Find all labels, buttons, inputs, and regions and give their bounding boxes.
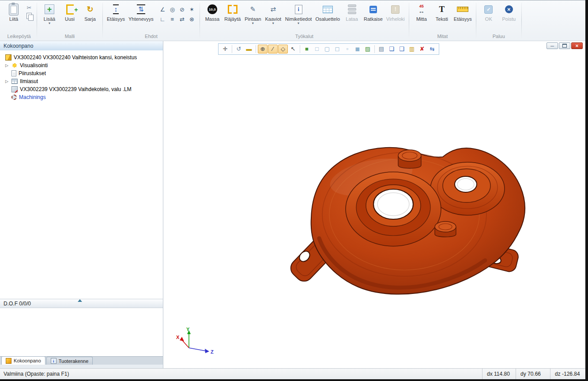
dropdown-caret-icon [252,22,254,24]
parts-list-label: Osaluettelo [315,16,340,22]
explode-button[interactable]: Räjäytä [223,2,242,23]
error-log-button: Virheloki [385,2,406,23]
fix-constraint-icon[interactable]: ⊗ [188,15,196,23]
viewport-canvas[interactable]: X Y Z ✛ ↺ ▬ ⊕ ∕ ◇ ↖ ■ □ ▢ ◻ ▫ ◼ ▨ ▤ ❏ ❑ [164,41,585,368]
minimize-button[interactable] [547,42,558,49]
tree-item-label: Piirustukset [19,70,46,76]
angle-constraint-icon[interactable]: ∠ [158,5,167,14]
hidden-line-view-icon[interactable]: □ [312,45,322,53]
load-button: Lataa [342,2,362,23]
new-part-button[interactable]: Uusi [60,2,79,23]
mass-button[interactable]: 10,0 Massa [203,2,222,23]
shaded-view-icon[interactable]: ■ [302,45,312,53]
ribbon-group-tools: 10,0 Massa Räjäytä ✎ Pintaan ⇄ Kaaviot [200,0,408,41]
snap-face-icon[interactable]: ◇ [278,45,288,53]
solve-button[interactable]: Ratkaise [362,2,384,23]
item-data-button[interactable]: Nimiketiedot [284,2,313,25]
new-part-icon [66,4,74,15]
ok-button[interactable]: OK [479,2,498,23]
panel-tabs: Kokoonpano Tuoterakenne [0,356,163,365]
tree-item-root-assembly[interactable]: VX3002240 VX3002240 Vaihteiston kansi, k… [0,53,163,61]
perpendicular-constraint-icon[interactable]: ∟ [158,15,167,23]
tree-item-machinings[interactable]: Machinings [0,93,163,101]
parts-list-button[interactable]: Osaluettelo [314,2,341,23]
assembly-tab-icon [6,358,11,364]
dropdown-caret-icon [49,22,50,24]
error-log-label: Virheloki [386,16,405,22]
paste-button[interactable]: Liitä [4,2,23,23]
pin-icon[interactable]: ✛ [220,45,230,53]
panel-detail-area [0,308,163,356]
distance-constraint-button[interactable]: ↕ Etäisyys [106,2,126,23]
load-icon [348,4,356,14]
series-button[interactable]: ↻ Sarja [80,2,100,23]
solid-view-icon[interactable]: ◼ [353,45,362,53]
tab-product-structure[interactable]: Tuoterakenne [46,357,93,365]
model-3d-view[interactable] [164,41,585,368]
distance-dim-button[interactable]: Etäisyys [452,2,473,23]
axis-z-label: Z [211,349,214,354]
status-message: Valmiina (Opaste: paina F1) [0,371,482,377]
status-bar: Valmiina (Opaste: paina F1) dx 114.80 dy… [0,368,585,379]
symmetry-constraint-icon[interactable]: ⇄ [178,15,186,23]
outline-view-icon[interactable]: ▫ [343,45,352,53]
ruler-icon[interactable]: ▬ [244,45,254,53]
exit-button[interactable]: Poistu [499,2,519,23]
explode-icon [228,5,237,14]
expander-icon[interactable]: ▷ [5,79,11,84]
update-view-icon[interactable]: ⇆ [427,45,437,53]
assembly-icon [5,54,11,61]
measure-button[interactable]: 45 ↔ Mitta [412,2,431,23]
parts-list-icon[interactable]: ▤ [377,45,386,53]
clipboard-icon [9,4,19,15]
coincident-point-constraint-icon[interactable]: ✶ [188,5,196,14]
part-icon [11,86,18,92]
add-component-button[interactable]: Lisää [40,2,59,25]
distance-constraint-label: Etäisyys [107,16,125,22]
close-button[interactable] [571,42,583,49]
select-arrow-icon[interactable]: ↖ [288,45,298,53]
series-label: Sarja [84,16,96,22]
measure-icon: 45 ↔ [418,4,425,14]
ribbon-group-label: Ehdot [106,33,197,40]
tree-item-part[interactable]: VX3002239 VX3002239 Vaihdekotelo, valu .… [0,85,163,93]
delete-view-icon[interactable]: ✘ [417,45,427,53]
splitter-handle-icon[interactable] [78,299,82,302]
tab-label: Tuoterakenne [59,358,88,364]
mass-label: Massa [205,16,219,22]
sheet-set-icon[interactable]: ❏ [387,45,396,53]
concentric-constraint-icon[interactable]: ◎ [168,5,177,14]
parts-list-icon [323,6,333,13]
onto-face-button[interactable]: ✎ Pintaan [243,2,263,25]
plot-icon[interactable]: ▥ [407,45,417,53]
dof-value: D.O.F 0/0/0 [4,301,31,307]
ribbon-group-clipboard: Liitä ✂ Leikepöytä [2,0,36,41]
configurations-icon [11,79,18,84]
snap-point-icon[interactable]: ⊕ [258,45,268,53]
onto-face-icon: ✎ [250,5,256,13]
tab-assembly[interactable]: Kokoonpano [1,356,45,365]
restore-button[interactable] [559,42,570,49]
tangent-constraint-icon[interactable]: ⊘ [178,5,186,14]
viewport-toolbar: ✛ ↺ ▬ ⊕ ∕ ◇ ↖ ■ □ ▢ ◻ ▫ ◼ ▨ ▤ ❏ ❑ ▥ ✘ ⇆ [218,43,439,55]
new-sheet-icon[interactable]: ❑ [397,45,407,53]
rotate-view-icon[interactable]: ↺ [234,45,244,53]
expander-icon[interactable]: ▷ [5,63,11,68]
ribbon-separator [476,3,476,38]
coincidence-constraint-button[interactable]: ⇅ Yhtenevyys [127,2,155,23]
copy-icon[interactable] [26,13,32,19]
cut-icon[interactable]: ✂ [27,5,32,11]
parallel-constraint-icon[interactable]: ≡ [168,15,177,23]
tree-item-drawings[interactable]: Piirustukset [0,69,163,77]
wireframe-view-icon[interactable]: ▢ [322,45,332,53]
textured-view-icon[interactable]: ▨ [363,45,373,53]
tree-item-configurations[interactable]: ▷ Ilmiasut [0,77,163,85]
ribbon-separator [37,3,37,38]
schematics-button[interactable]: ⇄ Kaaviot [264,2,283,25]
text-button[interactable]: T Teksti [432,2,452,23]
ghost-view-icon[interactable]: ◻ [332,45,342,53]
info-tab-icon [51,358,57,364]
tree-item-visualization[interactable]: ▷ Visualisointi [0,61,163,69]
snap-line-icon[interactable]: ∕ [268,45,278,53]
ribbon-group-label: Mitat [412,33,473,40]
